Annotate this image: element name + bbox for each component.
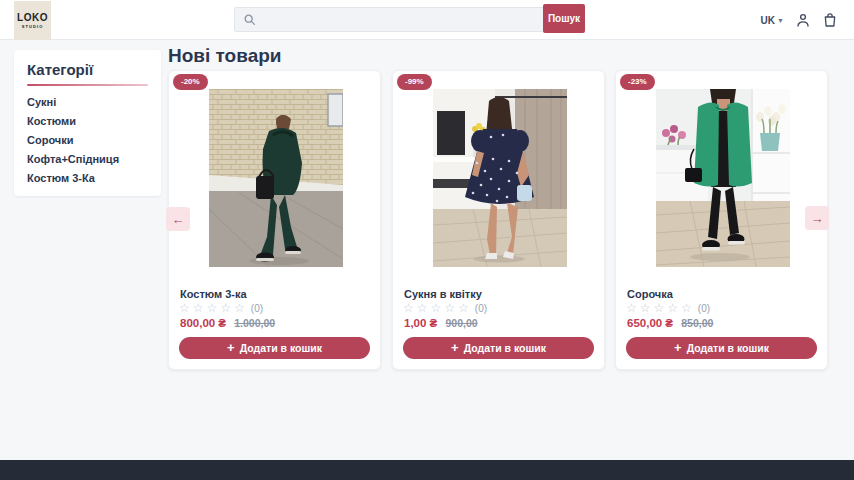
add-to-cart-button[interactable]: + Додати в кошик — [179, 337, 370, 359]
discount-badge: -20% — [173, 74, 208, 90]
sidebar-item-dresses[interactable]: Сукні — [14, 93, 161, 112]
arrow-left-icon: ← — [172, 213, 185, 226]
sidebar-item-suit-3piece[interactable]: Костюм 3-Ка — [14, 169, 161, 188]
add-to-cart-button[interactable]: + Додати в кошик — [403, 337, 594, 359]
categories-title: Категорії — [27, 61, 148, 78]
star-icon: ☆ — [667, 301, 681, 315]
rating: ☆☆☆☆☆(0) — [179, 301, 263, 316]
title-underline — [27, 84, 148, 86]
product-photo-suit-street — [209, 89, 343, 267]
discount-badge: -99% — [397, 74, 432, 90]
product-card: -99% — [392, 70, 605, 370]
rating: ☆☆☆☆☆(0) — [403, 301, 487, 316]
product-image[interactable] — [656, 89, 790, 267]
product-title[interactable]: Костюм 3-ка — [180, 288, 247, 300]
sidebar-item-sweater-skirt[interactable]: Кофта+Спідниця — [14, 150, 161, 169]
shopping-bag-icon[interactable] — [822, 12, 838, 28]
arrow-right-icon: → — [811, 212, 824, 225]
rating-count: (0) — [475, 303, 487, 314]
logo-subtext: STUDIO — [22, 25, 44, 29]
price-row: 650,00 ₴ 850,00 — [627, 317, 713, 329]
plus-icon: + — [227, 341, 235, 354]
add-to-cart-button[interactable]: + Додати в кошик — [626, 337, 817, 359]
current-price: 800,00 ₴ — [180, 317, 226, 329]
header-actions: UK ▼ — [761, 0, 838, 40]
price-row: 1,00 ₴ 900,00 — [404, 317, 478, 329]
add-to-cart-label: Додати в кошик — [240, 342, 322, 354]
categories-panel: Категорії Сукні Костюми Сорочки Кофта+Сп… — [14, 50, 161, 196]
star-icon: ☆ — [654, 301, 668, 315]
star-icon: ☆ — [207, 301, 221, 315]
product-title[interactable]: Сукня в квітку — [404, 288, 482, 300]
rating-count: (0) — [698, 303, 710, 314]
price-row: 800,00 ₴ 1.000,00 — [180, 317, 275, 329]
star-icon: ☆ — [220, 301, 234, 315]
old-price: 1.000,00 — [234, 317, 275, 329]
star-icon: ☆ — [458, 301, 472, 315]
search-bar: Пошук — [234, 4, 585, 33]
sidebar-item-shirts[interactable]: Сорочки — [14, 131, 161, 150]
page-title: Нові товари — [168, 45, 282, 67]
add-to-cart-label: Додати в кошик — [687, 342, 769, 354]
star-icon: ☆ — [640, 301, 654, 315]
plus-icon: + — [674, 341, 682, 354]
star-icon: ☆ — [403, 301, 417, 315]
star-icon: ☆ — [234, 301, 248, 315]
star-icon: ☆ — [431, 301, 445, 315]
star-icon: ☆ — [417, 301, 431, 315]
chevron-down-icon: ▼ — [777, 17, 784, 24]
product-photo-dress-interior — [433, 89, 567, 267]
plus-icon: + — [451, 341, 459, 354]
language-label: UK — [761, 15, 775, 26]
language-selector[interactable]: UK ▼ — [761, 15, 784, 26]
search-icon — [243, 13, 256, 26]
star-icon: ☆ — [193, 301, 207, 315]
logo[interactable]: LOKO STUDIO — [14, 1, 51, 40]
search-input[interactable] — [234, 7, 544, 32]
sidebar-item-suits[interactable]: Костюми — [14, 112, 161, 131]
search-button[interactable]: Пошук — [543, 4, 585, 33]
product-card: -20% — [168, 70, 381, 370]
star-icon: ☆ — [626, 301, 640, 315]
current-price: 650,00 ₴ — [627, 317, 673, 329]
rating: ☆☆☆☆☆(0) — [626, 301, 710, 316]
product-title[interactable]: Сорочка — [627, 288, 673, 300]
star-icon: ☆ — [179, 301, 193, 315]
carousel-prev-button[interactable]: ← — [166, 207, 190, 231]
product-image[interactable] — [209, 89, 343, 267]
logo-text: LOKO — [17, 13, 48, 23]
rating-count: (0) — [251, 303, 263, 314]
user-icon[interactable] — [795, 12, 811, 28]
current-price: 1,00 ₴ — [404, 317, 437, 329]
product-photo-green-shirt-kitchen — [656, 89, 790, 267]
footer — [0, 460, 854, 480]
product-image[interactable] — [433, 89, 567, 267]
carousel-next-button[interactable]: → — [805, 206, 829, 230]
old-price: 900,00 — [445, 317, 477, 329]
star-icon: ☆ — [444, 301, 458, 315]
discount-badge: -23% — [620, 74, 655, 90]
product-card: -23% — [615, 70, 828, 370]
star-icon: ☆ — [681, 301, 695, 315]
header: LOKO STUDIO Пошук UK ▼ — [0, 0, 854, 40]
add-to-cart-label: Додати в кошик — [464, 342, 546, 354]
old-price: 850,00 — [681, 317, 713, 329]
